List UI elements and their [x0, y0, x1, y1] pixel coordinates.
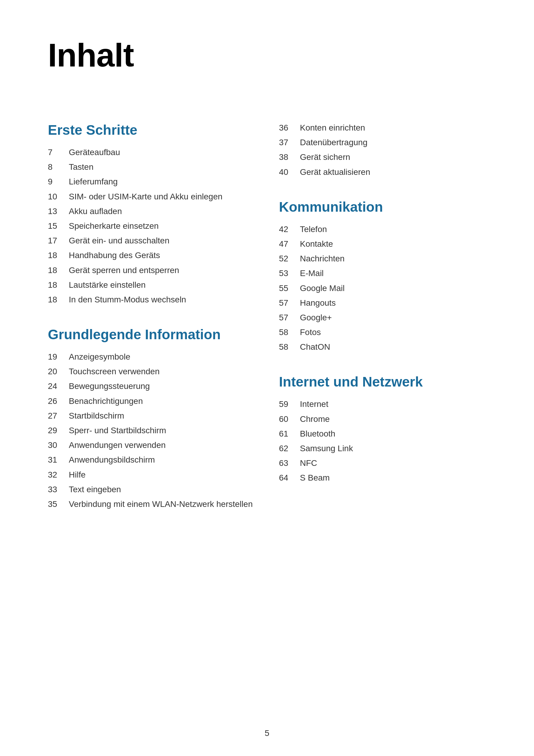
toc-text: ChatON: [300, 341, 330, 353]
toc-number: 40: [279, 166, 300, 178]
toc-text: Touchscreen verwenden: [69, 365, 160, 377]
toc-text: Datenübertragung: [300, 137, 368, 148]
toc-text: NFC: [300, 457, 318, 469]
toc-number: 15: [48, 220, 69, 232]
content-columns: Erste Schritte 7 Geräteaufbau 8 Tasten 9…: [48, 122, 486, 531]
list-item: 36 Konten einrichten: [279, 122, 486, 134]
toc-number: 61: [279, 428, 300, 440]
list-item: 24 Bewegungssteuerung: [48, 380, 255, 392]
list-item: 47 Kontakte: [279, 238, 486, 250]
toc-text: E-Mail: [300, 267, 324, 279]
toc-text: Hangouts: [300, 297, 336, 309]
list-item: 42 Telefon: [279, 223, 486, 235]
list-item: 27 Startbildschirm: [48, 410, 255, 421]
list-item: 38 Gerät sichern: [279, 151, 486, 163]
toc-number: 42: [279, 223, 300, 235]
toc-list-kommunikation: 42 Telefon 47 Kontakte 52 Nachrichten 53…: [279, 223, 486, 353]
list-item: 17 Gerät ein- und ausschalten: [48, 235, 255, 246]
list-item: 19 Anzeigesymbole: [48, 351, 255, 363]
toc-number: 7: [48, 147, 69, 158]
toc-text: S Beam: [300, 472, 330, 484]
toc-text: Bewegungssteuerung: [69, 380, 150, 392]
toc-text: Gerät sichern: [300, 151, 350, 163]
section-erste-schritte: Erste Schritte 7 Geräteaufbau 8 Tasten 9…: [48, 122, 255, 305]
toc-number: 18: [48, 279, 69, 291]
toc-text: Sperr- und Startbildschirm: [69, 424, 166, 436]
toc-number: 62: [279, 443, 300, 454]
toc-number: 33: [48, 484, 69, 495]
toc-number: 37: [279, 137, 300, 148]
toc-number: 31: [48, 454, 69, 466]
list-item: 30 Anwendungen verwenden: [48, 439, 255, 451]
toc-number: 30: [48, 439, 69, 451]
section-grundlegende-information: Grundlegende Information 19 Anzeigesymbo…: [48, 326, 255, 510]
list-item: 57 Google+: [279, 312, 486, 323]
toc-number: 38: [279, 151, 300, 163]
toc-number: 59: [279, 398, 300, 410]
list-item: 20 Touchscreen verwenden: [48, 365, 255, 377]
toc-text: In den Stumm-Modus wechseln: [69, 294, 186, 305]
toc-text: Telefon: [300, 223, 327, 235]
list-item: 33 Text eingeben: [48, 484, 255, 495]
list-item: 58 Fotos: [279, 326, 486, 338]
list-item: 31 Anwendungsbildschirm: [48, 454, 255, 466]
toc-text: Gerät aktualisieren: [300, 166, 370, 178]
toc-text: Google+: [300, 312, 332, 323]
column-left: Erste Schritte 7 Geräteaufbau 8 Tasten 9…: [48, 122, 255, 531]
toc-text: Internet: [300, 398, 328, 410]
toc-number: 10: [48, 191, 69, 202]
section-internet-und-netzwerk: Internet und Netzwerk 59 Internet 60 Chr…: [279, 374, 486, 484]
toc-text: SIM- oder USIM-Karte und Akku einlegen: [69, 191, 222, 202]
toc-list-grundlegende-information: 19 Anzeigesymbole 20 Touchscreen verwend…: [48, 351, 255, 510]
toc-number: 57: [279, 312, 300, 323]
toc-number: 20: [48, 365, 69, 377]
toc-text: Geräteaufbau: [69, 147, 120, 158]
list-item: 18 Handhabung des Geräts: [48, 249, 255, 261]
toc-text: Google Mail: [300, 282, 344, 294]
toc-list-erste-schritte: 7 Geräteaufbau 8 Tasten 9 Lieferumfang 1…: [48, 147, 255, 305]
toc-number: 19: [48, 351, 69, 363]
toc-text: Verbindung mit einem WLAN-Netzwerk herst…: [69, 498, 253, 510]
toc-text: Speicherkarte einsetzen: [69, 220, 159, 232]
toc-text: Samsung Link: [300, 443, 353, 454]
toc-number: 9: [48, 176, 69, 187]
toc-text: Anzeigesymbole: [69, 351, 130, 363]
list-item: 15 Speicherkarte einsetzen: [48, 220, 255, 232]
toc-text: Benachrichtigungen: [69, 395, 143, 407]
toc-number: 27: [48, 410, 69, 421]
toc-text: Nachrichten: [300, 253, 344, 264]
list-item: 53 E-Mail: [279, 267, 486, 279]
section-kommunikation: Kommunikation 42 Telefon 47 Kontakte 52 …: [279, 199, 486, 353]
list-item: 8 Tasten: [48, 161, 255, 173]
toc-text: Anwendungen verwenden: [69, 439, 166, 451]
toc-number: 57: [279, 297, 300, 309]
list-item: 7 Geräteaufbau: [48, 147, 255, 158]
list-item: 10 SIM- oder USIM-Karte und Akku einlege…: [48, 191, 255, 202]
toc-text: Handhabung des Geräts: [69, 249, 160, 261]
column-right: 36 Konten einrichten 37 Datenübertragung…: [279, 122, 486, 505]
section-title-internet-und-netzwerk: Internet und Netzwerk: [279, 374, 486, 390]
list-item: 58 ChatON: [279, 341, 486, 353]
page-title: Inhalt: [48, 36, 486, 74]
toc-number: 60: [279, 413, 300, 425]
toc-number: 53: [279, 267, 300, 279]
toc-text: Anwendungsbildschirm: [69, 454, 155, 466]
toc-text: Gerät ein- und ausschalten: [69, 235, 169, 246]
list-item: 40 Gerät aktualisieren: [279, 166, 486, 178]
list-item: 18 Gerät sperren und entsperren: [48, 264, 255, 276]
toc-text: Lautstärke einstellen: [69, 279, 146, 291]
toc-text: Hilfe: [69, 469, 86, 480]
toc-text: Tasten: [69, 161, 94, 173]
toc-text: Text eingeben: [69, 484, 121, 495]
list-item: 37 Datenübertragung: [279, 137, 486, 148]
toc-number: 63: [279, 457, 300, 469]
list-item: 60 Chrome: [279, 413, 486, 425]
list-item: 57 Hangouts: [279, 297, 486, 309]
toc-text: Kontakte: [300, 238, 333, 250]
list-item: 18 Lautstärke einstellen: [48, 279, 255, 291]
toc-number: 18: [48, 264, 69, 276]
toc-number: 52: [279, 253, 300, 264]
toc-number: 29: [48, 424, 69, 436]
toc-text: Fotos: [300, 326, 321, 338]
list-item: 63 NFC: [279, 457, 486, 469]
